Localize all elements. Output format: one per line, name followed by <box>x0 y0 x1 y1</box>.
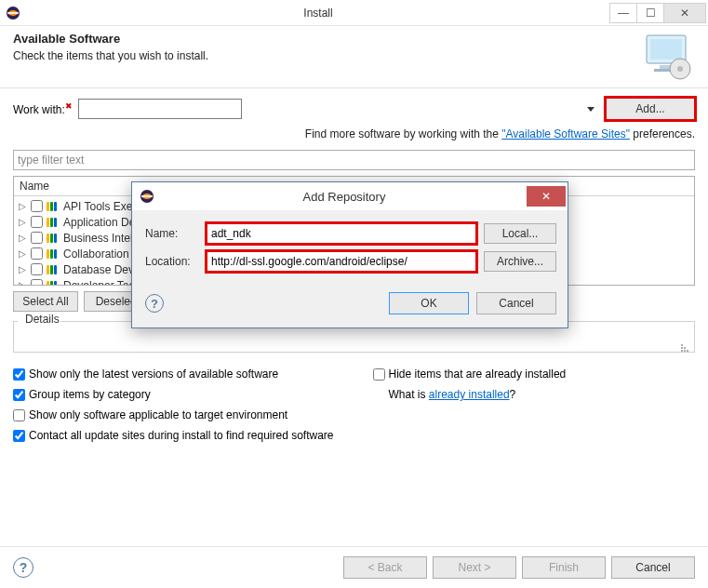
window-minimize-button[interactable]: — <box>609 3 637 23</box>
select-all-button[interactable]: Select All <box>13 291 78 312</box>
opt-applicable-checkbox[interactable] <box>13 409 25 421</box>
feature-icon <box>47 249 60 259</box>
opt-group-checkbox[interactable] <box>13 389 25 401</box>
back-button[interactable]: < Back <box>343 556 427 579</box>
filter-input[interactable] <box>13 150 695 170</box>
wizard-footer: ? < Back Next > Finish Cancel <box>0 546 708 588</box>
expander-icon[interactable]: ▷ <box>18 280 27 286</box>
required-indicator-icon: ✖ <box>65 101 73 111</box>
opt-latest-label: Show only the latest versions of availab… <box>29 368 278 381</box>
resize-grip-icon[interactable] <box>681 344 688 352</box>
expander-icon[interactable]: ▷ <box>18 201 27 211</box>
opt-hide-label: Hide items that are already installed <box>389 368 567 381</box>
window-title: Install <box>26 7 610 20</box>
repo-location-label: Location: <box>145 255 199 268</box>
repo-name-input[interactable] <box>207 223 476 244</box>
feature-icon <box>47 218 60 227</box>
opt-latest-checkbox[interactable] <box>13 368 25 381</box>
available-sites-link[interactable]: "Available Software Sites" <box>501 127 630 140</box>
tree-item-checkbox[interactable] <box>31 200 43 212</box>
window-close-button[interactable]: ✕ <box>663 3 706 23</box>
eclipse-icon <box>6 6 20 20</box>
svg-rect-2 <box>7 12 19 14</box>
workwith-combo[interactable] <box>78 99 242 119</box>
svg-rect-4 <box>650 39 682 60</box>
eclipse-icon <box>140 189 154 204</box>
find-more-text: Find more software by working with the "… <box>13 124 695 150</box>
dialog-close-button[interactable]: ✕ <box>527 186 566 207</box>
options-area: Show only the latest versions of availab… <box>13 364 695 446</box>
repo-name-label: Name: <box>145 227 199 240</box>
finish-button[interactable]: Finish <box>522 556 606 579</box>
opt-group-label: Group items by category <box>29 388 151 401</box>
opt-contact-checkbox[interactable] <box>13 430 25 442</box>
svg-point-8 <box>677 66 683 72</box>
archive-button[interactable]: Archive... <box>484 251 556 272</box>
what-is-label: What is already installed? <box>389 388 516 401</box>
dialog-ok-button[interactable]: OK <box>389 292 469 314</box>
expander-icon[interactable]: ▷ <box>18 248 27 259</box>
feature-icon <box>47 265 60 274</box>
tree-item-checkbox[interactable] <box>31 232 43 244</box>
next-button[interactable]: Next > <box>433 556 516 579</box>
expander-icon[interactable]: ▷ <box>18 217 27 227</box>
window-titlebar: Install — ☐ ✕ <box>0 0 708 26</box>
dialog-help-button[interactable]: ? <box>145 294 164 313</box>
opt-applicable-label: Show only software applicable to target … <box>29 408 287 421</box>
banner-subheading: Check the items that you wish to install… <box>13 49 639 62</box>
opt-hide-checkbox[interactable] <box>373 368 385 381</box>
feature-icon <box>47 234 60 243</box>
dialog-cancel-button[interactable]: Cancel <box>476 292 556 314</box>
tree-item-checkbox[interactable] <box>31 247 43 260</box>
already-installed-link[interactable]: already installed <box>429 388 510 401</box>
expander-icon[interactable]: ▷ <box>18 264 27 274</box>
local-button[interactable]: Local... <box>484 223 556 244</box>
help-button[interactable]: ? <box>13 557 33 578</box>
feature-icon <box>47 202 60 211</box>
workwith-label: Work with:✖ <box>13 101 73 116</box>
add-button[interactable]: Add... <box>606 98 695 120</box>
tree-item-label: Collaboration <box>63 247 129 261</box>
svg-rect-11 <box>141 195 153 197</box>
tree-item-checkbox[interactable] <box>31 216 43 228</box>
feature-icon <box>47 281 60 287</box>
tree-item-checkbox[interactable] <box>31 279 43 286</box>
opt-contact-label: Contact all update sites during install … <box>29 429 334 442</box>
dialog-titlebar: Add Repository ✕ <box>132 182 568 210</box>
expander-icon[interactable]: ▷ <box>18 233 27 243</box>
dialog-title: Add Repository <box>162 190 527 204</box>
window-maximize-button[interactable]: ☐ <box>636 3 664 23</box>
tree-item-checkbox[interactable] <box>31 263 43 275</box>
banner: Available Software Check the items that … <box>0 26 708 88</box>
install-graphic-icon <box>639 32 695 82</box>
banner-heading: Available Software <box>13 32 639 46</box>
details-label: Details <box>21 313 63 326</box>
add-repository-dialog: Add Repository ✕ Name: Local... Location… <box>131 181 568 328</box>
repo-location-input[interactable] <box>207 251 476 272</box>
cancel-button[interactable]: Cancel <box>611 556 695 579</box>
